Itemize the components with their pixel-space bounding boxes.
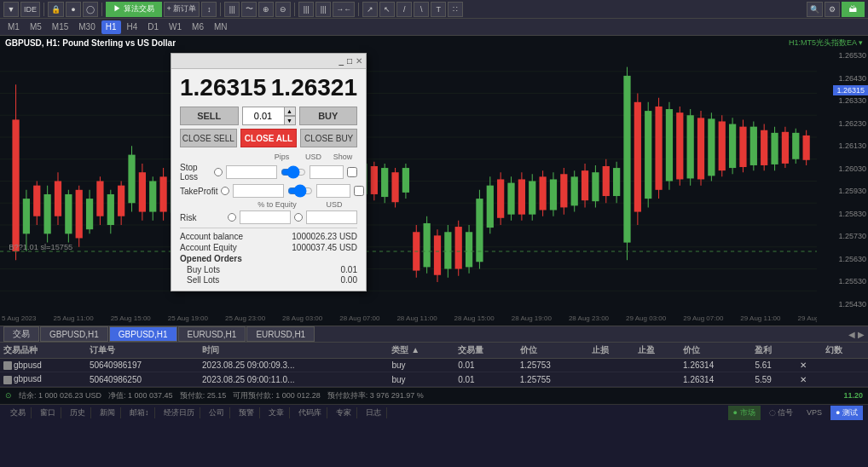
toolbar-text-tool[interactable]: T	[431, 2, 446, 17]
time-29aug1100: 29 Aug 11:00	[740, 314, 780, 322]
risk-usd-input[interactable]	[306, 210, 357, 224]
lot-input[interactable]: 0.01	[242, 107, 285, 125]
status-calendar[interactable]: 经济日历	[159, 407, 200, 418]
tab-scroll[interactable]: ◀ ▶	[848, 330, 865, 339]
take-profit-radio[interactable]	[221, 187, 229, 195]
tab-eurusd-h1-1[interactable]: EURUSD,H1	[178, 326, 246, 342]
take-profit-usd-input[interactable]	[316, 184, 350, 198]
tab-gbpusd-h1-1[interactable]: GBPUSD,H1	[40, 326, 108, 342]
td-type-2: buy	[388, 372, 454, 386]
status-company[interactable]: 公司	[204, 407, 230, 418]
toolbar-zoom-in[interactable]: ⊕	[258, 2, 274, 17]
toolbar-algo-trade[interactable]: ▶ 算法交易	[106, 2, 162, 17]
time-28aug1500: 28 Aug 15:00	[454, 314, 495, 322]
tf-h4[interactable]: H4	[123, 20, 142, 34]
stop-loss-input[interactable]	[226, 165, 277, 179]
tab-gbpusd-h1-2[interactable]: GBPUSD,H1	[109, 326, 177, 342]
toolbar-new-order[interactable]: + 新订单	[164, 2, 200, 17]
toolbar-ide[interactable]: IDE	[20, 2, 40, 17]
status-log[interactable]: 日志	[361, 407, 387, 418]
dialog-minimize[interactable]: _	[339, 56, 344, 66]
stop-loss-checkbox[interactable]	[347, 167, 357, 177]
time-25aug2300: 25 Aug 23:00	[225, 314, 265, 322]
tf-m30[interactable]: M30	[74, 20, 99, 34]
status-experts[interactable]: 专家	[331, 407, 357, 418]
lot-down-btn[interactable]: ▼	[284, 116, 296, 125]
toolbar-ray[interactable]: ↖	[379, 2, 395, 17]
status-signal[interactable]: ◌ 信号	[764, 407, 799, 418]
take-profit-checkbox[interactable]	[354, 186, 364, 196]
sep2	[101, 3, 102, 16]
tf-w1[interactable]: W1	[165, 20, 186, 34]
toolbar-zoom-out[interactable]: ⊖	[275, 2, 291, 17]
td-close-2[interactable]: ✕	[796, 372, 823, 386]
toolbar-bars2[interactable]: |||	[298, 2, 314, 17]
dialog-close-btn[interactable]: ✕	[356, 56, 362, 66]
toolbar-backslash[interactable]: \	[414, 2, 429, 17]
status-codebase[interactable]: 代码库	[293, 407, 327, 418]
toolbar-settings[interactable]: ⚙	[825, 2, 840, 17]
toolbar-arrows[interactable]: ↕	[201, 2, 217, 17]
tf-d1[interactable]: D1	[143, 20, 163, 34]
risk-usd-radio[interactable]	[294, 213, 303, 222]
tf-m5[interactable]: M5	[26, 20, 46, 34]
status-trade[interactable]: 交易	[5, 407, 32, 418]
tab-trading[interactable]: 交易	[3, 326, 39, 342]
svg-rect-38	[149, 182, 156, 212]
stop-loss-usd-input[interactable]	[310, 165, 344, 179]
tab-eurusd-h1-2[interactable]: EURUSD,H1	[246, 326, 315, 342]
stop-loss-radio[interactable]	[214, 168, 223, 176]
col-usd-header: USD	[298, 153, 328, 161]
toolbar-trend[interactable]: ↗	[362, 2, 378, 17]
tf-mn[interactable]: MN	[210, 20, 232, 34]
risk-radio[interactable]	[228, 213, 236, 222]
lot-up-btn[interactable]: ▲	[284, 107, 296, 116]
take-profit-slider[interactable]	[287, 184, 313, 198]
toolbar-circle1[interactable]: ●	[66, 2, 81, 17]
bottom-tabs: 交易 GBPUSD,H1 GBPUSD,H1 EURUSD,H1 EURUSD,…	[0, 326, 868, 343]
close-buy-button[interactable]: CLOSE BUY	[300, 129, 357, 147]
toolbar-profile[interactable]: 🏔	[842, 2, 865, 17]
tf-m6[interactable]: M6	[188, 20, 208, 34]
toolbar-bars3[interactable]: |||	[315, 2, 331, 17]
tf-m15[interactable]: M15	[48, 20, 72, 34]
footer-deposit: 预付款: 25.15	[180, 390, 227, 401]
svg-rect-156	[771, 133, 778, 164]
toolbar-circle2[interactable]: ◯	[83, 2, 98, 17]
svg-rect-136	[666, 109, 673, 181]
td-close-1[interactable]: ✕	[796, 359, 823, 372]
td-sl-1	[588, 359, 634, 372]
sell-button[interactable]: SELL	[180, 107, 239, 125]
toolbar-cross[interactable]: →←	[333, 2, 355, 17]
close-sell-button[interactable]: CLOSE SELL	[180, 129, 237, 147]
status-news[interactable]: 新闻	[95, 407, 121, 418]
status-mail[interactable]: 邮箱↕	[124, 407, 155, 418]
chart-ea-label[interactable]: H1:MT5光头指数EA ▾	[789, 37, 863, 49]
risk-pct-input[interactable]	[240, 210, 291, 224]
toolbar-dropdown[interactable]: ▼	[3, 2, 19, 17]
status-history[interactable]: 历史	[65, 407, 91, 418]
dialog-maximize[interactable]: □	[347, 56, 352, 66]
buy-button[interactable]: BUY	[299, 107, 358, 125]
tf-h1[interactable]: H1	[101, 20, 121, 34]
status-vps[interactable]: VPS	[801, 408, 827, 417]
status-test[interactable]: ● 测试	[830, 406, 863, 420]
take-profit-input[interactable]	[233, 184, 284, 198]
toolbar-bars[interactable]: |||	[224, 2, 240, 17]
status-market[interactable]: ● 市场	[728, 406, 761, 420]
chart-symbol: GBPUSD, H1: Pound Sterling vs US Dollar	[5, 38, 176, 48]
status-articles[interactable]: 文章	[263, 407, 290, 418]
close-all-button[interactable]: CLOSE ALL	[240, 129, 298, 147]
toolbar-wave[interactable]: 〜	[241, 2, 257, 17]
toolbar-search[interactable]: 🔍	[807, 2, 823, 17]
toolbar-dots[interactable]: ∷	[448, 2, 463, 17]
toolbar-lock[interactable]: 🔒	[48, 2, 64, 17]
toolbar-slash[interactable]: /	[396, 2, 412, 17]
price-1.25930: 1.25930	[820, 187, 866, 195]
status-alerts[interactable]: 预警	[234, 407, 260, 418]
svg-rect-28	[96, 182, 103, 216]
status-window[interactable]: 窗口	[35, 407, 61, 418]
tf-m1[interactable]: M1	[3, 20, 24, 34]
stop-loss-slider[interactable]	[281, 165, 306, 179]
svg-rect-30	[107, 194, 114, 225]
